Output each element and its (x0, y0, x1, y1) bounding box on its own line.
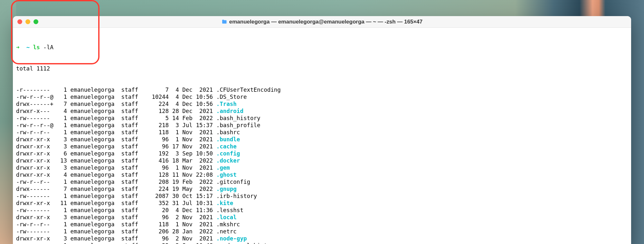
list-row: drwxr-xr-x 3 emanuelegorga staff 96 1 No… (16, 164, 628, 171)
traffic-lights (17, 19, 38, 24)
list-row: -rw------- 1 emanuelegorga staff 206 28 … (16, 228, 628, 235)
terminal-content[interactable]: ➜ ~ ls -lA total 1112 -r-------- 1 emanu… (13, 28, 631, 244)
file-name: .Trash (216, 101, 237, 107)
file-name: .mkshrc (216, 221, 240, 228)
prompt-line: ➜ ~ ls -lA (16, 44, 628, 51)
list-row: drwxr-xr-x 13 emanuelegorga staff 416 18… (16, 157, 628, 164)
file-name: .android (216, 108, 243, 114)
file-name: .bash_profile (216, 122, 260, 128)
file-name: .node-gyp (216, 235, 247, 242)
file-name: .kite (216, 200, 233, 206)
list-row: drwxr-xr-x 6 emanuelegorga staff 192 3 S… (16, 150, 628, 157)
prompt-arrow: ➜ (16, 44, 20, 51)
prompt-tilde: ~ (26, 44, 30, 51)
zoom-button[interactable] (33, 19, 38, 24)
list-row: -rw------- 1 emanuelegorga staff 20 4 De… (16, 207, 628, 214)
file-name: .gitconfig (216, 179, 250, 185)
file-name: .irb-history (216, 193, 257, 199)
file-name: .CFUserTextEncoding (216, 87, 281, 93)
file-name: .cache (216, 143, 237, 150)
command-args: -lA (43, 44, 53, 51)
command: ls (33, 44, 40, 51)
list-row: drwxr-xr-x 4 emanuelegorga staff 128 11 … (16, 171, 628, 178)
total-line: total 1112 (16, 65, 628, 72)
list-row: drwxr-xr-x 3 emanuelegorga staff 96 2 No… (16, 235, 628, 242)
list-row: drwxr-xr-x 3 emanuelegorga staff 96 17 N… (16, 143, 628, 150)
list-row: -rw-r--r--@ 1 emanuelegorga staff 218 3 … (16, 122, 628, 129)
list-row: drwxr-xr-x 11 emanuelegorga staff 352 31… (16, 200, 628, 207)
list-row: -rw-r--r--@ 1 emanuelegorga staff 10244 … (16, 93, 628, 100)
list-row: -rw------- 1 emanuelegorga staff 22 3 Se… (16, 242, 628, 244)
list-row: drwxr-xr-x 3 emanuelegorga staff 96 1 No… (16, 136, 628, 143)
file-name: .bundle (216, 136, 240, 143)
window-title: emanuelegorga — emanuelegorga@emanuelego… (222, 19, 422, 25)
file-name: .lesshst (216, 207, 243, 213)
close-button[interactable] (17, 19, 22, 24)
titlebar[interactable]: emanuelegorga — emanuelegorga@emanuelego… (13, 16, 631, 28)
list-row: drwxr-x--- 4 emanuelegorga staff 128 28 … (16, 108, 628, 115)
list-row: -rw-r--r-- 1 emanuelegorga staff 118 1 N… (16, 221, 628, 228)
list-row: -rw------- 1 emanuelegorga staff 5 14 Fe… (16, 115, 628, 122)
list-row: drwxr-xr-x 3 emanuelegorga staff 96 2 No… (16, 214, 628, 221)
listing-rows: -r-------- 1 emanuelegorga staff 7 4 Dec… (16, 86, 628, 244)
list-row: -rw-r--r-- 1 emanuelegorga staff 118 1 N… (16, 129, 628, 136)
file-name: .docker (216, 157, 240, 164)
list-row: -rw------- 1 emanuelegorga staff 2087 30… (16, 192, 628, 200)
minimize-button[interactable] (25, 19, 30, 24)
file-name: .DS_Store (216, 94, 247, 100)
file-name: .gnupg (216, 186, 237, 192)
file-name: .local (216, 214, 237, 221)
file-name: .gem (216, 164, 230, 171)
list-row: drwx------ 7 emanuelegorga staff 224 19 … (16, 185, 628, 192)
list-row: drwx------+ 7 emanuelegorga staff 224 4 … (16, 100, 628, 108)
list-row: -rw-r--r-- 1 emanuelegorga staff 208 19 … (16, 178, 628, 185)
file-name: .node_repl_history (216, 242, 278, 244)
file-name: .ghost (216, 172, 237, 178)
folder-icon (222, 19, 227, 25)
window-title-text: emanuelegorga — emanuelegorga@emanuelego… (229, 19, 422, 25)
file-name: .bash_history (216, 115, 260, 121)
list-row: -r-------- 1 emanuelegorga staff 7 4 Dec… (16, 86, 628, 93)
file-name: .config (216, 150, 240, 157)
file-name: .netrc (216, 228, 237, 235)
terminal-window[interactable]: emanuelegorga — emanuelegorga@emanuelego… (13, 16, 631, 244)
file-name: .bashrc (216, 129, 240, 136)
